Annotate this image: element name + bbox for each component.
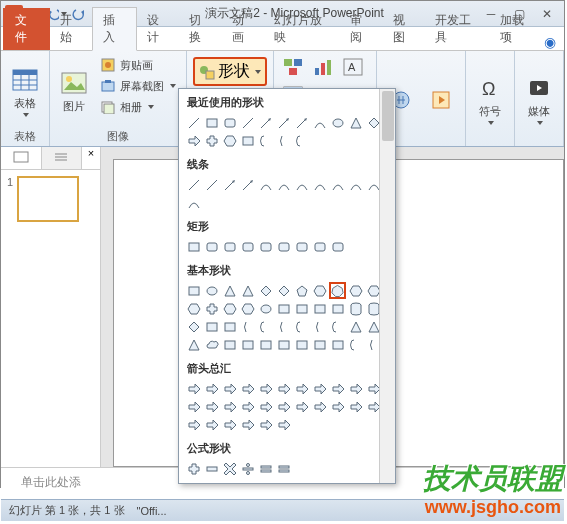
symbols-button[interactable]: Ω 符号 (472, 55, 508, 144)
shape-item[interactable] (203, 114, 220, 131)
shape-item[interactable] (221, 380, 238, 397)
shape-item[interactable] (329, 398, 346, 415)
tab-slideshow[interactable]: 幻灯片放映 (264, 8, 340, 50)
shape-item[interactable] (275, 460, 292, 477)
shape-item[interactable] (257, 398, 274, 415)
shape-item[interactable] (275, 300, 292, 317)
shape-item[interactable] (293, 318, 310, 335)
shape-item[interactable] (329, 300, 346, 317)
shape-item[interactable] (203, 380, 220, 397)
shape-item[interactable] (239, 300, 256, 317)
shape-item[interactable] (257, 336, 274, 353)
shape-item[interactable] (203, 318, 220, 335)
tab-transitions[interactable]: 切换 (179, 8, 222, 50)
shape-item[interactable] (221, 300, 238, 317)
shape-item[interactable] (329, 282, 346, 299)
shape-item[interactable] (347, 318, 364, 335)
shape-item[interactable] (185, 416, 202, 433)
action-button[interactable] (423, 55, 459, 144)
shape-item[interactable] (221, 238, 238, 255)
shape-item[interactable] (185, 238, 202, 255)
textbox-button[interactable]: A (341, 56, 365, 78)
help-icon[interactable]: ◉ (544, 34, 556, 50)
shape-item[interactable] (347, 300, 364, 317)
shape-item[interactable] (293, 300, 310, 317)
shape-item[interactable] (185, 460, 202, 477)
tab-animations[interactable]: 动画 (222, 8, 265, 50)
shape-item[interactable] (257, 238, 274, 255)
tab-insert[interactable]: 插入 (92, 7, 137, 51)
shape-item[interactable] (347, 398, 364, 415)
shape-item[interactable] (311, 380, 328, 397)
shape-item[interactable] (203, 460, 220, 477)
shape-item[interactable] (293, 238, 310, 255)
shape-item[interactable] (239, 416, 256, 433)
shape-item[interactable] (275, 318, 292, 335)
shape-item[interactable] (239, 318, 256, 335)
shape-item[interactable] (311, 282, 328, 299)
picture-button[interactable]: 图片 (56, 55, 92, 127)
shape-item[interactable] (257, 460, 274, 477)
shape-item[interactable] (275, 282, 292, 299)
smartart-button[interactable] (281, 56, 305, 78)
shape-item[interactable] (221, 460, 238, 477)
shape-item[interactable] (221, 318, 238, 335)
shape-item[interactable] (221, 114, 238, 131)
shape-item[interactable] (239, 398, 256, 415)
shape-item[interactable] (239, 282, 256, 299)
shape-item[interactable] (185, 300, 202, 317)
shape-item[interactable] (221, 176, 238, 193)
shape-item[interactable] (275, 416, 292, 433)
shape-item[interactable] (257, 114, 274, 131)
shape-item[interactable] (311, 336, 328, 353)
shape-item[interactable] (239, 336, 256, 353)
album-button[interactable]: 相册 (96, 97, 180, 117)
tab-developer[interactable]: 开发工具 (425, 8, 490, 50)
shape-item[interactable] (257, 318, 274, 335)
screenshot-button[interactable]: 屏幕截图 (96, 76, 180, 96)
shape-item[interactable] (221, 398, 238, 415)
shape-item[interactable] (257, 380, 274, 397)
shape-item[interactable] (221, 282, 238, 299)
tab-review[interactable]: 审阅 (340, 8, 383, 50)
shape-item[interactable] (329, 176, 346, 193)
shape-item[interactable] (275, 336, 292, 353)
shape-item[interactable] (311, 398, 328, 415)
shape-item[interactable] (347, 114, 364, 131)
shape-item[interactable] (203, 416, 220, 433)
shape-item[interactable] (311, 238, 328, 255)
shape-item[interactable] (185, 380, 202, 397)
shape-item[interactable] (203, 300, 220, 317)
shape-item[interactable] (221, 132, 238, 149)
shape-item[interactable] (221, 336, 238, 353)
shape-item[interactable] (185, 318, 202, 335)
tab-design[interactable]: 设计 (137, 8, 180, 50)
shape-item[interactable] (347, 336, 364, 353)
panel-tab-outline[interactable] (42, 147, 83, 169)
shape-item[interactable] (185, 176, 202, 193)
shape-item[interactable] (311, 114, 328, 131)
shape-item[interactable] (185, 398, 202, 415)
shape-item[interactable] (347, 176, 364, 193)
shape-item[interactable] (257, 282, 274, 299)
shape-item[interactable] (185, 132, 202, 149)
shape-item[interactable] (257, 300, 274, 317)
shape-item[interactable] (293, 176, 310, 193)
shape-item[interactable] (275, 176, 292, 193)
shape-item[interactable] (239, 380, 256, 397)
shape-item[interactable] (293, 282, 310, 299)
shape-item[interactable] (275, 114, 292, 131)
shape-item[interactable] (347, 380, 364, 397)
shape-item[interactable] (185, 336, 202, 353)
tab-home[interactable]: 开始 (50, 8, 93, 50)
shape-item[interactable] (329, 114, 346, 131)
shape-item[interactable] (203, 238, 220, 255)
slide-thumbnail[interactable]: 1 (7, 176, 94, 222)
table-button[interactable]: 表格 (7, 55, 43, 127)
shape-item[interactable] (293, 336, 310, 353)
shape-item[interactable] (185, 282, 202, 299)
shapes-button[interactable]: 形状 (193, 57, 267, 86)
shape-item[interactable] (275, 380, 292, 397)
panel-close-button[interactable]: × (82, 147, 100, 169)
shape-item[interactable] (311, 318, 328, 335)
